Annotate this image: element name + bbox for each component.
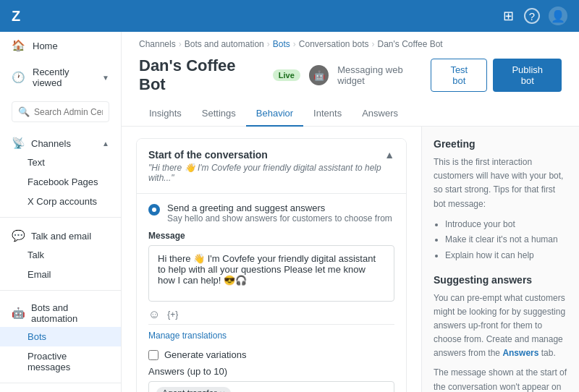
sidebar-item-home[interactable]: 🏠 Home: [0, 32, 121, 59]
message-textarea[interactable]: Hi there 👋 I'm Covfefe your friendly dig…: [148, 245, 394, 302]
sidebar-subitem-bots[interactable]: Bots: [0, 327, 121, 346]
bots-icon: 🤖: [12, 307, 25, 320]
agent-transfer-tag: Agent transfer ✕: [156, 387, 231, 392]
tab-settings[interactable]: Settings: [192, 101, 246, 127]
page-title: Dan's Coffee Bot: [139, 56, 264, 94]
greeting-text: This is the first interaction customers …: [434, 155, 567, 211]
tab-insights[interactable]: Insights: [139, 101, 192, 127]
main-panel: Start of the conversation "Hi there 👋 I'…: [122, 127, 421, 392]
channels-nav[interactable]: 📡 Channels: [12, 137, 71, 150]
tab-intents[interactable]: Intents: [303, 101, 352, 127]
section-collapse-icon[interactable]: ▲: [384, 149, 394, 161]
chevron-down-icon: ▼: [102, 74, 109, 82]
sidebar-item-recently-viewed[interactable]: 🕐 Recently viewed ▼: [0, 59, 121, 95]
zendesk-logo: Z: [12, 8, 20, 25]
answers-label: Answers (up to 10): [148, 366, 394, 377]
sidebar-section-channels: 📡 Channels ▲: [0, 128, 121, 153]
test-bot-button[interactable]: Test bot: [431, 59, 487, 92]
clock-icon: 🕐: [12, 71, 25, 84]
answers-select[interactable]: Agent transfer ✕: [148, 381, 394, 392]
user-icon[interactable]: 👤: [549, 7, 567, 25]
section-title: Start of the conversation: [148, 149, 384, 161]
tip-2: Make it clear it's not a human: [445, 232, 567, 248]
breadcrumb-current: Dan's Coffee Bot: [378, 39, 443, 49]
tab-behavior[interactable]: Behavior: [246, 101, 303, 127]
radio-button: [148, 204, 160, 216]
variable-icon[interactable]: {+}: [167, 310, 178, 320]
conversation-section: Start of the conversation "Hi there 👋 I'…: [136, 138, 407, 392]
breadcrumb-sep-2: ›: [267, 39, 270, 49]
bot-avatar: 🤖: [309, 65, 329, 85]
grid-icon[interactable]: ⊞: [503, 8, 514, 24]
breadcrumb-sep-1: ›: [179, 39, 182, 49]
sidebar: 🏠 Home 🕐 Recently viewed ▼ 🔍 📡 Channels …: [0, 32, 122, 392]
live-badge: Live: [273, 69, 300, 81]
generate-variations-row: Generate variations: [148, 349, 394, 360]
sidebar-subitem-email[interactable]: Email: [0, 265, 121, 284]
tag-remove-icon[interactable]: ✕: [219, 390, 225, 393]
breadcrumb-bots[interactable]: Bots: [273, 39, 290, 49]
translation-link[interactable]: Manage translations: [148, 325, 394, 341]
sidebar-section-classic: Classic: [0, 389, 121, 392]
home-icon: 🏠: [12, 39, 25, 52]
publish-bot-button[interactable]: Publish bot: [493, 59, 562, 92]
channels-icon: 📡: [12, 137, 25, 150]
sidebar-subitem-talk[interactable]: Talk: [0, 245, 121, 265]
suggesting-heading: Suggesting answers: [434, 274, 567, 286]
sidebar-section-bots: 🤖 Bots and automation: [0, 297, 121, 327]
suggesting-text: You can pre-empt what customers might be…: [434, 291, 567, 361]
channel-label: Messaging web widget: [337, 64, 431, 86]
section-subtitle: "Hi there 👋 I'm Covfefe your friendly di…: [148, 163, 384, 183]
emoji-icon[interactable]: ☺: [148, 308, 160, 321]
breadcrumb-bots-automation[interactable]: Bots and automation: [185, 39, 264, 49]
sidebar-subitem-x-corp[interactable]: X Corp accounts: [0, 192, 121, 211]
sidebar-section-talk-email: 💬 Talk and email: [0, 223, 121, 245]
help-icon[interactable]: ?: [524, 8, 540, 24]
breadcrumb: Channels › Bots and automation › Bots › …: [122, 32, 579, 54]
tip-1: Introduce your bot: [445, 217, 567, 233]
channels-collapse-icon[interactable]: ▲: [102, 140, 109, 148]
section-content: Send a greeting and suggest answers Say …: [137, 193, 406, 392]
talk-icon: 💬: [12, 229, 25, 242]
answers-link-strong: Answers: [502, 348, 538, 358]
section-header[interactable]: Start of the conversation "Hi there 👋 I'…: [137, 139, 406, 193]
sidebar-subitem-text[interactable]: Text: [0, 153, 121, 172]
generate-variations-checkbox[interactable]: [148, 350, 159, 360]
breadcrumb-channels[interactable]: Channels: [139, 39, 176, 49]
page-header: Dan's Coffee Bot Live 🤖 Messaging web wi…: [122, 54, 579, 94]
generate-variations-label: Generate variations: [164, 349, 246, 360]
search-input[interactable]: [34, 107, 103, 117]
greeting-heading: Greeting: [434, 138, 567, 150]
radio-title: Send a greeting and suggest answers: [167, 203, 392, 213]
greeting-tips: Introduce your bot Make it clear it's no…: [434, 217, 567, 264]
tip-3: Explain how it can help: [445, 248, 567, 264]
note-text: The message shown at the start of the co…: [434, 366, 567, 392]
radio-subtitle: Say hello and show answers for customers…: [167, 213, 392, 223]
tab-answers[interactable]: Answers: [352, 101, 408, 127]
field-label: Message: [148, 231, 394, 241]
breadcrumb-conversation-bots[interactable]: Conversation bots: [299, 39, 369, 49]
side-panel: Greeting This is the first interaction c…: [421, 127, 579, 392]
textarea-tools: ☺ {+}: [148, 304, 394, 325]
radio-option-greeting[interactable]: Send a greeting and suggest answers Say …: [148, 203, 394, 223]
tabs-bar: Insights Settings Behavior Intents Answe…: [122, 101, 579, 127]
sidebar-subitem-facebook[interactable]: Facebook Pages: [0, 172, 121, 192]
breadcrumb-sep-3: ›: [293, 39, 296, 49]
breadcrumb-sep-4: ›: [372, 39, 375, 49]
sidebar-subitem-proactive[interactable]: Proactive messages: [0, 346, 121, 377]
search-icon: 🔍: [18, 106, 30, 117]
